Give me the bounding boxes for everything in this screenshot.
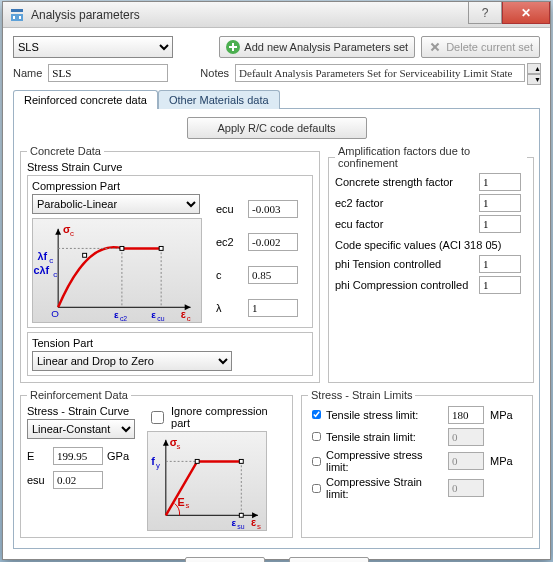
concrete-legend: Concrete Data	[27, 145, 104, 157]
svg-text:c2: c2	[120, 315, 127, 322]
reinforcement-legend: Reinforcement Data	[27, 389, 131, 401]
dialog-window: Analysis parameters ? ✕ SLS Add new Anal…	[2, 1, 551, 560]
reinf-stress-graph: σs fy Es εsu εs	[147, 431, 267, 531]
phi-compression-label: phi Compression controlled	[335, 279, 475, 291]
svg-text:O: O	[51, 308, 59, 319]
ecu-input[interactable]	[248, 200, 298, 218]
tab-reinforced-concrete[interactable]: Reinforced concrete data	[13, 90, 158, 109]
svg-rect-33	[239, 459, 243, 463]
csf-label: Concrete strength factor	[335, 176, 475, 188]
ecu-label: ecu	[216, 203, 244, 215]
ec2f-label: ec2 factor	[335, 197, 475, 209]
lambda-input[interactable]	[248, 299, 298, 317]
esu-input[interactable]	[53, 471, 103, 489]
svg-text:ε: ε	[181, 308, 186, 320]
svg-rect-0	[11, 9, 23, 12]
tensile-strain-input	[448, 428, 484, 446]
svg-text:c: c	[187, 314, 191, 322]
amplification-group: Amplification factors due to confinement…	[328, 145, 534, 383]
notes-input[interactable]	[235, 64, 525, 82]
close-icon	[428, 40, 442, 54]
svg-rect-13	[83, 253, 87, 257]
E-input[interactable]	[53, 447, 103, 465]
svg-rect-11	[120, 246, 124, 250]
compressive-stress-label: Compressive stress limit:	[326, 449, 446, 473]
name-label: Name	[13, 67, 42, 79]
tensile-strain-check[interactable]	[312, 430, 321, 443]
cancel-button[interactable]: Cancel	[289, 557, 369, 562]
compressive-stress-input	[448, 452, 484, 470]
phi-tension-input[interactable]	[479, 255, 521, 273]
plus-icon	[226, 40, 240, 54]
svg-marker-29	[163, 440, 169, 446]
svg-text:s: s	[185, 501, 189, 510]
tensile-stress-check[interactable]	[312, 408, 321, 421]
amplification-legend: Amplification factors due to confinement	[335, 145, 527, 169]
svg-text:c: c	[53, 270, 57, 279]
svg-text:s: s	[177, 442, 181, 451]
svg-rect-34	[239, 513, 243, 517]
compressive-strain-check[interactable]	[312, 482, 321, 495]
tensile-stress-input[interactable]	[448, 406, 484, 424]
phi-compression-input[interactable]	[479, 276, 521, 294]
ecuf-label: ecu factor	[335, 218, 475, 230]
svg-text:λf: λf	[38, 250, 48, 262]
reinf-curve-label: Stress - Strain Curve	[27, 405, 139, 417]
parameters-set-select[interactable]: SLS	[13, 36, 173, 58]
reinf-curve-select[interactable]: Linear-Constant	[27, 419, 135, 439]
apply-defaults-button[interactable]: Apply R/C code defaults	[187, 117, 367, 139]
ecuf-input[interactable]	[479, 215, 521, 233]
tensile-stress-label: Tensile stress limit:	[326, 409, 446, 421]
svg-text:f: f	[151, 455, 155, 467]
lambda-label: λ	[216, 302, 244, 314]
titlebar: Analysis parameters ? ✕	[3, 2, 550, 28]
ok-button[interactable]: OK	[185, 557, 265, 562]
ec2-input[interactable]	[248, 233, 298, 251]
svg-rect-1	[11, 14, 23, 21]
svg-text:ε: ε	[251, 516, 256, 528]
svg-rect-3	[19, 16, 21, 19]
svg-text:E: E	[178, 496, 185, 508]
csf-input[interactable]	[479, 173, 521, 191]
ec2-label: ec2	[216, 236, 244, 248]
compressive-stress-check[interactable]	[312, 455, 321, 468]
svg-text:c: c	[49, 256, 53, 265]
tensile-strain-label: Tensile strain limit:	[326, 431, 446, 443]
notes-up-button[interactable]: ▲	[527, 63, 541, 74]
add-set-button[interactable]: Add new Analysis Parameters set	[219, 36, 415, 58]
c-label: c	[216, 269, 244, 281]
tension-curve-select[interactable]: Linear and Drop to Zero	[32, 351, 232, 371]
svg-text:ε: ε	[232, 517, 237, 528]
ec2f-input[interactable]	[479, 194, 521, 212]
notes-down-button[interactable]: ▼	[527, 74, 541, 85]
stress-strain-limits-group: Stress - Strain Limits Tensile stress li…	[301, 389, 533, 538]
ignore-compression-checkbox[interactable]	[151, 411, 164, 424]
compression-curve-select[interactable]: Parabolic-Linear	[32, 194, 200, 214]
compressive-strain-input	[448, 479, 484, 497]
c-input[interactable]	[248, 266, 298, 284]
svg-text:c: c	[70, 229, 74, 238]
mpa-unit-2: MPa	[490, 455, 516, 467]
code-values-label: Code specific values (ACI 318 05)	[335, 239, 527, 251]
tension-part-label: Tension Part	[32, 337, 308, 349]
delete-set-button: Delete current set	[421, 36, 540, 58]
svg-text:y: y	[156, 461, 160, 470]
compression-part-label: Compression Part	[32, 180, 308, 192]
svg-text:cu: cu	[157, 315, 164, 322]
svg-text:ε: ε	[151, 309, 156, 320]
ignore-compression-check[interactable]: Ignore compression part	[147, 405, 286, 429]
svg-text:s: s	[257, 522, 261, 530]
svg-rect-12	[159, 246, 163, 250]
close-button[interactable]: ✕	[502, 2, 550, 24]
help-button[interactable]: ?	[468, 2, 502, 24]
tab-other-materials[interactable]: Other Materials data	[158, 90, 280, 109]
svg-rect-32	[195, 459, 199, 463]
svg-marker-7	[55, 229, 61, 235]
E-unit: GPa	[107, 450, 129, 462]
app-icon	[9, 7, 25, 23]
name-input[interactable]	[48, 64, 168, 82]
notes-label: Notes	[200, 67, 229, 79]
concrete-params: ecu ec2 c λ	[216, 194, 308, 323]
concrete-stress-graph: σc λfc cλfc O εc2 εcu εc	[32, 218, 202, 323]
close-icon: ✕	[521, 6, 531, 20]
